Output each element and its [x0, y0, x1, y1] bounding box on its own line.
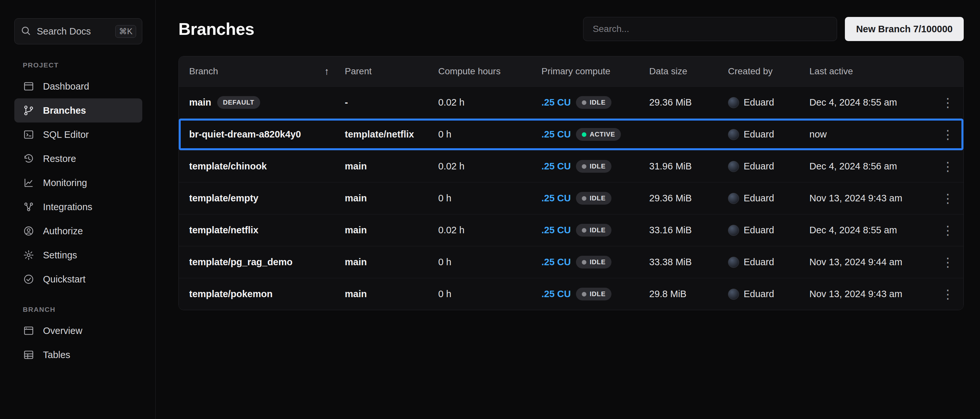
branch-name-cell: template/empty [189, 193, 345, 204]
last-active: Nov 13, 2024 9:43 am [810, 289, 932, 300]
primary-compute-cell: .25 CU IDLE [541, 192, 649, 205]
column-header-branch[interactable]: Branch ↑ [189, 66, 345, 77]
row-actions: ⋮ [932, 287, 956, 302]
idle-dot-icon [582, 292, 586, 296]
app-window: Search Docs ⌘K PROJECT Dashboard Branche… [0, 0, 980, 419]
row-actions: ⋮ [932, 95, 956, 110]
primary-compute-cell: .25 CU IDLE [541, 224, 649, 237]
branch-name: template/pg_rag_demo [189, 257, 293, 268]
branch-name: template/chinook [189, 161, 267, 172]
sidebar-item-label: SQL Editor [43, 129, 89, 140]
sidebar-item-label: Quickstart [43, 274, 86, 285]
data-size: 29.8 MiB [649, 289, 728, 300]
parent-branch: template/netflix [345, 129, 438, 140]
row-menu-icon[interactable]: ⋮ [940, 95, 956, 110]
parent-branch: main [345, 257, 438, 268]
row-menu-icon[interactable]: ⋮ [940, 287, 956, 302]
column-header-created-by[interactable]: Created by [728, 66, 810, 76]
page-header: Branches New Branch 7/100000 [178, 17, 964, 41]
row-menu-icon[interactable]: ⋮ [940, 191, 956, 206]
monitoring-chart-icon [23, 177, 35, 189]
status-badge: IDLE [576, 224, 611, 237]
parent-branch: - [345, 97, 438, 108]
compute-size-link[interactable]: .25 CU [541, 97, 571, 108]
sidebar-item-sql-editor[interactable]: SQL Editor [14, 123, 142, 147]
sidebar-item-tables[interactable]: Tables [14, 343, 142, 367]
compute-size-link[interactable]: .25 CU [541, 193, 571, 204]
page-title: Branches [178, 19, 254, 39]
primary-compute-cell: .25 CU IDLE [541, 256, 649, 268]
avatar [728, 193, 739, 204]
branch-name: br-quiet-dream-a820k4y0 [189, 129, 301, 140]
table-grid-icon [23, 349, 35, 361]
compute-size-link[interactable]: .25 CU [541, 129, 571, 140]
search-icon [21, 25, 31, 37]
avatar [728, 225, 739, 236]
row-menu-icon[interactable]: ⋮ [940, 255, 956, 270]
sidebar-item-restore[interactable]: Restore [14, 147, 142, 171]
sidebar-item-overview[interactable]: Overview [14, 319, 142, 343]
primary-compute-cell: .25 CU ACTIVE [541, 128, 649, 141]
table-row[interactable]: main DEFAULT - 0.02 h .25 CU IDLE 29.36 … [179, 86, 963, 118]
sort-ascending-icon[interactable]: ↑ [324, 66, 329, 77]
branch-name: template/empty [189, 193, 259, 204]
compute-size-link[interactable]: .25 CU [541, 289, 571, 300]
column-header-last-active[interactable]: Last active [810, 66, 932, 76]
compute-size-link[interactable]: .25 CU [541, 161, 571, 172]
table-row-selected[interactable]: br-quiet-dream-a820k4y0 template/netflix… [179, 118, 963, 150]
git-branch-icon [23, 105, 35, 116]
branch-name-cell: template/netflix [189, 225, 345, 236]
status-badge: IDLE [576, 160, 611, 173]
created-by-name: Eduard [744, 257, 774, 268]
table-row[interactable]: template/pg_rag_demo main 0 h .25 CU IDL… [179, 246, 963, 278]
compute-hours: 0 h [438, 193, 541, 204]
avatar [728, 257, 739, 268]
sidebar-item-quickstart[interactable]: Quickstart [14, 267, 142, 291]
search-docs-button[interactable]: Search Docs ⌘K [14, 18, 142, 44]
parent-branch: main [345, 161, 438, 172]
branches-table: Branch ↑ Parent Compute hours Primary co… [178, 56, 964, 310]
header-actions: New Branch 7/100000 [583, 17, 964, 41]
branch-name: main [189, 97, 211, 108]
branch-search-input[interactable] [583, 17, 837, 41]
default-badge: DEFAULT [217, 96, 260, 109]
sidebar-item-integrations[interactable]: Integrations [14, 195, 142, 219]
sidebar-item-dashboard[interactable]: Dashboard [14, 74, 142, 99]
new-branch-button[interactable]: New Branch 7/100000 [845, 17, 964, 41]
column-header-primary-compute[interactable]: Primary compute [541, 66, 649, 76]
row-menu-icon[interactable]: ⋮ [940, 223, 956, 238]
sidebar-item-label: Restore [43, 153, 76, 164]
compute-size-link[interactable]: .25 CU [541, 225, 571, 236]
sidebar-item-authorize[interactable]: Authorize [14, 219, 142, 243]
table-row[interactable]: template/pokemon main 0 h .25 CU IDLE 29… [179, 278, 963, 310]
idle-dot-icon [582, 100, 586, 105]
branch-name: template/netflix [189, 225, 259, 236]
sidebar-item-settings[interactable]: Settings [14, 243, 142, 267]
created-by-cell: Eduard [728, 97, 810, 108]
created-by-name: Eduard [744, 129, 774, 140]
column-header-parent[interactable]: Parent [345, 66, 438, 76]
avatar [728, 161, 739, 172]
column-header-data-size[interactable]: Data size [649, 66, 728, 76]
table-row[interactable]: template/empty main 0 h .25 CU IDLE 29.3… [179, 182, 963, 214]
sidebar-item-label: Overview [43, 325, 83, 336]
column-header-compute-hours[interactable]: Compute hours [438, 66, 541, 76]
sidebar-item-monitoring[interactable]: Monitoring [14, 171, 142, 195]
row-menu-icon[interactable]: ⋮ [940, 159, 956, 174]
table-row[interactable]: template/chinook main 0.02 h .25 CU IDLE… [179, 150, 963, 182]
row-actions: ⋮ [932, 159, 956, 174]
sidebar: Search Docs ⌘K PROJECT Dashboard Branche… [0, 0, 156, 419]
gear-icon [23, 249, 35, 261]
table-row[interactable]: template/netflix main 0.02 h .25 CU IDLE… [179, 214, 963, 246]
created-by-cell: Eduard [728, 161, 810, 172]
sidebar-item-label: Branches [43, 105, 86, 116]
integrations-icon [23, 201, 35, 213]
branch-name-cell: br-quiet-dream-a820k4y0 [189, 129, 345, 140]
compute-size-link[interactable]: .25 CU [541, 257, 571, 268]
sidebar-item-branches[interactable]: Branches [14, 99, 142, 123]
table-header-row: Branch ↑ Parent Compute hours Primary co… [179, 56, 963, 86]
created-by-cell: Eduard [728, 289, 810, 300]
row-menu-icon[interactable]: ⋮ [940, 127, 956, 142]
user-circle-icon [23, 225, 35, 237]
created-by-cell: Eduard [728, 257, 810, 268]
